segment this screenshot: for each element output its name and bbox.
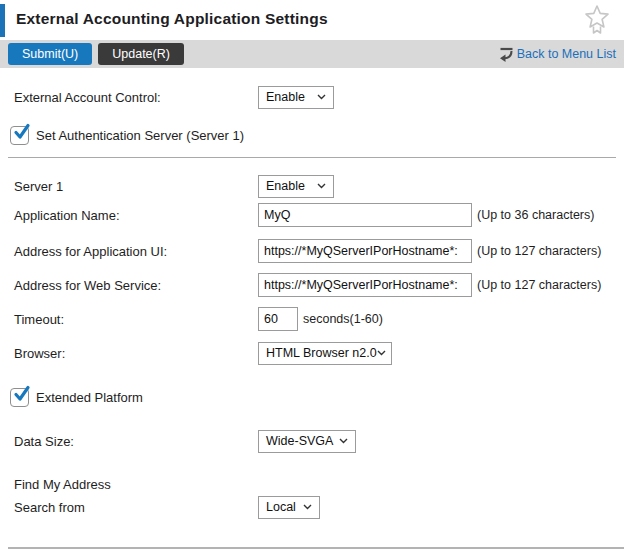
set-auth-server-checkbox[interactable] (10, 126, 29, 145)
chevron-down-icon (303, 504, 312, 510)
chevron-down-icon (317, 183, 326, 189)
bottom-divider (8, 547, 624, 549)
address-web-service-hint: (Up to 127 characters) (477, 278, 601, 292)
row-timeout: Timeout: seconds(1-60) (0, 306, 624, 332)
row-address-application-ui: Address for Application UI: (Up to 127 c… (0, 238, 624, 264)
update-button[interactable]: Update(R) (98, 43, 184, 65)
checkmark-icon (12, 385, 31, 404)
search-from-label: Search from (14, 500, 258, 515)
page-title: External Accounting Application Settings (16, 10, 328, 28)
browser-label: Browser: (14, 346, 258, 361)
address-application-ui-input[interactable] (258, 239, 472, 263)
row-browser: Browser: HTML Browser n2.0 (0, 340, 624, 366)
timeout-input[interactable] (258, 307, 298, 331)
server1-select[interactable]: Enable (258, 175, 334, 198)
chevron-down-icon (377, 350, 386, 356)
address-application-ui-hint: (Up to 127 characters) (477, 244, 601, 258)
return-arrow-icon (499, 47, 514, 62)
header-accent-bar (0, 4, 5, 37)
page-header: External Accounting Application Settings (0, 0, 624, 40)
row-application-name: Application Name: (Up to 36 characters) (0, 202, 624, 228)
data-size-label: Data Size: (14, 434, 258, 449)
browser-select[interactable]: HTML Browser n2.0 (258, 342, 392, 365)
extended-platform-checkbox[interactable] (10, 388, 29, 407)
submit-button[interactable]: Submit(U) (8, 43, 92, 65)
row-server1: Server 1 Enable (0, 173, 624, 199)
external-account-control-label: External Account Control: (14, 90, 258, 105)
application-name-label: Application Name: (14, 208, 258, 223)
find-my-address-label: Find My Address (14, 477, 258, 492)
timeout-label: Timeout: (14, 312, 258, 327)
row-extended-platform: Extended Platform (0, 384, 624, 410)
address-web-service-label: Address for Web Service: (14, 278, 258, 293)
address-web-service-input[interactable] (258, 273, 472, 297)
row-search-from: Search from Local (0, 494, 624, 520)
data-size-select[interactable]: Wide-SVGA (258, 430, 356, 453)
application-name-input[interactable] (258, 203, 472, 227)
row-set-auth-server: Set Authentication Server (Server 1) (0, 122, 624, 148)
back-to-menu-label: Back to Menu List (517, 47, 616, 61)
section-divider (8, 157, 616, 158)
favorite-star-icon[interactable] (582, 4, 612, 38)
external-account-control-select[interactable]: Enable (258, 86, 334, 109)
extended-platform-label: Extended Platform (36, 390, 143, 405)
row-address-web-service: Address for Web Service: (Up to 127 char… (0, 272, 624, 298)
server1-label: Server 1 (14, 179, 258, 194)
chevron-down-icon (339, 438, 348, 444)
external-accounting-settings-page: External Accounting Application Settings… (0, 0, 624, 554)
back-to-menu-link[interactable]: Back to Menu List (499, 47, 616, 62)
row-data-size: Data Size: Wide-SVGA (0, 428, 624, 454)
row-external-account-control: External Account Control: Enable (0, 84, 624, 110)
timeout-hint: seconds(1-60) (303, 312, 383, 326)
checkmark-icon (12, 123, 31, 142)
chevron-down-icon (317, 94, 326, 100)
address-application-ui-label: Address for Application UI: (14, 244, 258, 259)
search-from-select[interactable]: Local (258, 496, 320, 519)
toolbar: Submit(U) Update(R) Back to Menu List (0, 40, 624, 68)
set-auth-server-label: Set Authentication Server (Server 1) (36, 128, 244, 143)
application-name-hint: (Up to 36 characters) (477, 208, 594, 222)
